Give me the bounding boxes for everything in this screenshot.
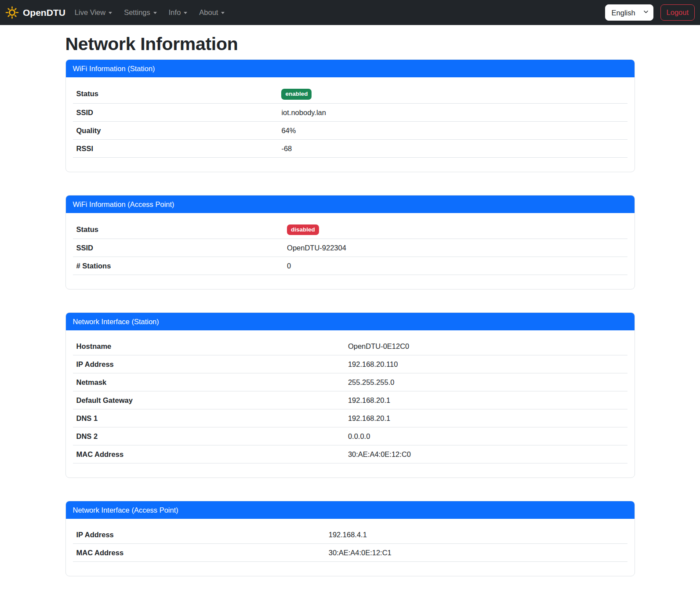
row-label: RSSI <box>73 139 278 157</box>
row-value: 0.0.0.0 <box>345 427 627 445</box>
row-value: enabled <box>278 84 627 103</box>
nav-item-about[interactable]: About <box>196 5 228 20</box>
card-network-interface-station: Network Interface (Station) Hostname Ope… <box>65 312 635 478</box>
info-table: IP Address 192.168.4.1 MAC Address 30:AE… <box>73 526 627 562</box>
nav-item-label: About <box>199 8 218 17</box>
row-label: SSID <box>73 103 278 121</box>
row-label: Hostname <box>73 337 345 355</box>
table-row: SSID iot.nobody.lan <box>73 103 627 121</box>
table-row: IP Address 192.168.4.1 <box>73 526 627 544</box>
row-label: DNS 2 <box>73 427 345 445</box>
info-table: Status disabled SSID OpenDTU-922304 # St… <box>73 220 627 275</box>
row-value: 192.168.4.1 <box>325 526 627 544</box>
row-label: Default Gateway <box>73 391 345 409</box>
nav-item-label: Live View <box>75 8 105 17</box>
card-header: WiFi Information (Station) <box>66 60 635 77</box>
row-label: Status <box>73 84 278 103</box>
navbar-right: English Logout <box>605 4 695 21</box>
table-row: RSSI -68 <box>73 139 627 157</box>
table-row: Default Gateway 192.168.20.1 <box>73 391 627 409</box>
row-label: IP Address <box>73 526 325 544</box>
card-header: Network Interface (Access Point) <box>66 501 635 519</box>
row-label: IP Address <box>73 355 345 373</box>
row-value: 30:AE:A4:0E:12:C0 <box>345 445 627 463</box>
table-row: Netmask 255.255.255.0 <box>73 373 627 391</box>
card-body: Status enabled SSID iot.nobody.lan Quali… <box>66 77 635 172</box>
card-body: IP Address 192.168.4.1 MAC Address 30:AE… <box>66 519 635 576</box>
nav-links: Live View Settings Info About <box>72 5 234 20</box>
row-value: disabled <box>283 220 627 239</box>
row-value: 192.168.20.110 <box>345 355 627 373</box>
page-title: Network Information <box>65 33 635 55</box>
table-row: Quality 64% <box>73 121 627 139</box>
row-value: -68 <box>278 139 627 157</box>
table-row: Hostname OpenDTU-0E12C0 <box>73 337 627 355</box>
row-value: 255.255.255.0 <box>345 373 627 391</box>
row-label: Status <box>73 220 284 239</box>
row-value: OpenDTU-0E12C0 <box>345 337 627 355</box>
caret-down-icon <box>221 12 225 14</box>
table-row: MAC Address 30:AE:A4:0E:12:C1 <box>73 544 627 562</box>
row-value: 0 <box>283 257 627 275</box>
table-row: DNS 1 192.168.20.1 <box>73 409 627 427</box>
nav-item-settings[interactable]: Settings <box>121 5 160 20</box>
row-value: 192.168.20.1 <box>345 391 627 409</box>
card-header: Network Interface (Station) <box>66 313 635 330</box>
table-row: MAC Address 30:AE:A4:0E:12:C0 <box>73 445 627 463</box>
cards: WiFi Information (Station) Status enable… <box>65 59 635 576</box>
logout-button[interactable]: Logout <box>660 4 695 21</box>
nav-item-label: Info <box>169 8 181 17</box>
row-value: OpenDTU-922304 <box>283 239 627 257</box>
row-label: DNS 1 <box>73 409 345 427</box>
language-select[interactable]: English <box>605 4 653 21</box>
table-row: Status disabled <box>73 220 627 239</box>
table-row: SSID OpenDTU-922304 <box>73 239 627 257</box>
language-select-wrap: English <box>605 4 653 21</box>
card-wifi-information-station: WiFi Information (Station) Status enable… <box>65 59 635 172</box>
card-wifi-information-access-point: WiFi Information (Access Point) Status d… <box>65 195 635 290</box>
info-table: Status enabled SSID iot.nobody.lan Quali… <box>73 84 627 158</box>
row-value: 192.168.20.1 <box>345 409 627 427</box>
card-header: WiFi Information (Access Point) <box>66 195 635 213</box>
brand-label: OpenDTU <box>23 7 65 18</box>
table-row: Status enabled <box>73 84 627 103</box>
table-row: # Stations 0 <box>73 257 627 275</box>
row-value: iot.nobody.lan <box>278 103 627 121</box>
info-table: Hostname OpenDTU-0E12C0 IP Address 192.1… <box>73 337 627 463</box>
row-label: Quality <box>73 121 278 139</box>
table-row: IP Address 192.168.20.110 <box>73 355 627 373</box>
row-value: 30:AE:A4:0E:12:C1 <box>325 544 627 562</box>
brand-link[interactable]: OpenDTU <box>5 4 65 21</box>
status-badge: disabled <box>287 224 319 235</box>
caret-down-icon <box>153 12 157 14</box>
row-value: 64% <box>278 121 627 139</box>
row-label: # Stations <box>73 257 284 275</box>
card-network-interface-access-point: Network Interface (Access Point) IP Addr… <box>65 501 635 576</box>
row-label: SSID <box>73 239 284 257</box>
card-body: Hostname OpenDTU-0E12C0 IP Address 192.1… <box>66 330 635 478</box>
row-label: Netmask <box>73 373 345 391</box>
row-label: MAC Address <box>73 445 345 463</box>
nav-item-info[interactable]: Info <box>166 5 191 20</box>
main-content: Network Information WiFi Information (St… <box>60 25 640 597</box>
navbar: OpenDTU Live View Settings Info About En… <box>0 0 700 25</box>
caret-down-icon <box>109 12 112 14</box>
sun-icon <box>5 6 19 19</box>
card-body: Status disabled SSID OpenDTU-922304 # St… <box>66 213 635 289</box>
caret-down-icon <box>184 12 187 14</box>
nav-item-label: Settings <box>124 8 150 17</box>
row-label: MAC Address <box>73 544 325 562</box>
status-badge: enabled <box>281 89 312 100</box>
table-row: DNS 2 0.0.0.0 <box>73 427 627 445</box>
nav-item-live-view[interactable]: Live View <box>72 5 115 20</box>
